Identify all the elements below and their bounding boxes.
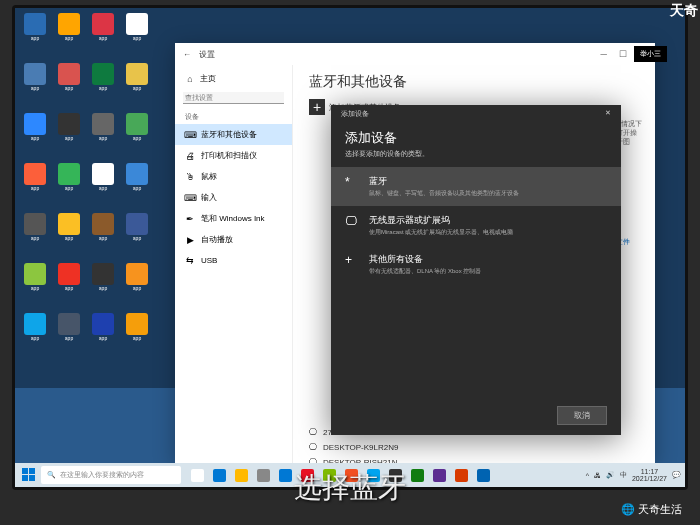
settings-main: 蓝牙和其他设备 + 添加蓝牙或其他设备 更快地打开蓝牙 若要在不打开"设置"的情… <box>293 65 655 463</box>
monitor-frame: appappappappappappappappappappappappappa… <box>12 5 688 490</box>
taskbar-app-icon[interactable] <box>253 465 273 485</box>
tray-date: 2021/12/27 <box>632 475 667 482</box>
window-title: 设置 <box>199 49 215 60</box>
sidebar-item[interactable]: ▶自动播放 <box>175 229 292 250</box>
sidebar-item-icon: ✒ <box>185 214 195 224</box>
svg-rect-3 <box>29 475 35 481</box>
monitor-icon: 🖵 <box>309 428 317 437</box>
tray-up-icon[interactable]: ^ <box>586 472 589 479</box>
sidebar-item[interactable]: ⌨输入 <box>175 187 292 208</box>
desktop-icon[interactable]: app <box>54 13 84 51</box>
plus-icon: + <box>309 99 325 115</box>
desktop-icon[interactable]: app <box>20 113 50 151</box>
desktop-icon[interactable]: app <box>88 163 118 201</box>
sidebar-item[interactable]: ⌨蓝牙和其他设备 <box>175 124 292 145</box>
desktop-icon[interactable]: app <box>122 313 152 351</box>
desktop-icon[interactable]: app <box>54 313 84 351</box>
dialog-header-label: 添加设备 <box>341 109 369 119</box>
desktop-icon[interactable]: app <box>122 263 152 301</box>
desktop-icon[interactable]: app <box>88 13 118 51</box>
dialog-option[interactable]: *蓝牙鼠标、键盘、手写笔、音频设备以及其他类型的蓝牙设备 <box>331 167 621 206</box>
dialog-close-icon[interactable]: ✕ <box>605 109 611 119</box>
desktop-icon[interactable]: app <box>122 63 152 101</box>
tray-ime-icon[interactable]: 中 <box>620 470 627 480</box>
desktop-icon[interactable]: app <box>20 313 50 351</box>
desktop-icon[interactable]: app <box>122 213 152 251</box>
sidebar-home[interactable]: ⌂ 主页 <box>175 69 292 88</box>
page-title: 蓝牙和其他设备 <box>309 73 639 91</box>
dialog-option[interactable]: 🖵无线显示器或扩展坞使用Miracast 或无线扩展坞的无线显示器、电视或电脑 <box>331 206 621 245</box>
notification-icon[interactable]: 💬 <box>672 471 681 479</box>
desktop-icons-grid: appappappappappappappappappappappappappa… <box>20 13 160 351</box>
desktop-icon[interactable]: app <box>54 63 84 101</box>
sidebar-item[interactable]: ⇆USB <box>175 250 292 270</box>
desktop-icon[interactable]: app <box>54 163 84 201</box>
desktop-icon[interactable]: app <box>20 163 50 201</box>
desktop-icon[interactable]: app <box>20 13 50 51</box>
dialog-option[interactable]: +其他所有设备带有无线适配器、DLNA 等的 Xbox 控制器 <box>331 245 621 284</box>
taskbar-app-icon[interactable] <box>209 465 229 485</box>
svg-rect-2 <box>22 475 28 481</box>
desktop-icon[interactable]: app <box>122 113 152 151</box>
device-item[interactable]: 🖵DESKTOP-K9LR2N9 <box>309 440 639 455</box>
desktop-icon[interactable]: app <box>88 313 118 351</box>
desktop-icon[interactable]: app <box>20 213 50 251</box>
corner-badge: 举小三 <box>634 46 667 62</box>
cancel-button[interactable]: 取消 <box>557 406 607 425</box>
sidebar-item-icon: 🖨 <box>185 151 195 161</box>
sidebar-search[interactable] <box>183 92 284 104</box>
sidebar-item-icon: ⇆ <box>185 255 195 265</box>
desktop-icon[interactable]: app <box>88 113 118 151</box>
maximize-icon[interactable]: ☐ <box>619 49 627 59</box>
taskbar-app-icon[interactable] <box>407 465 427 485</box>
desktop-screen: appappappappappappappappappappappappappa… <box>15 8 685 487</box>
taskbar-app-icon[interactable] <box>451 465 471 485</box>
desktop-icon[interactable]: app <box>20 263 50 301</box>
taskbar-app-icon[interactable] <box>187 465 207 485</box>
tray-network-icon[interactable]: 🖧 <box>594 472 601 479</box>
settings-sidebar: ⌂ 主页 设备 ⌨蓝牙和其他设备🖨打印机和扫描仪🖱鼠标⌨输入✒笔和 Window… <box>175 65 293 463</box>
windows-icon <box>22 468 36 482</box>
svg-rect-1 <box>29 468 35 474</box>
desktop-icon[interactable]: app <box>122 13 152 51</box>
taskbar-app-icon[interactable] <box>275 465 295 485</box>
sidebar-item[interactable]: 🖨打印机和扫描仪 <box>175 145 292 166</box>
home-icon: ⌂ <box>185 74 195 84</box>
watermark-bottom: 🌐 天奇生活 <box>621 502 682 517</box>
sidebar-item[interactable]: 🖱鼠标 <box>175 166 292 187</box>
video-caption: 选择蓝牙 <box>294 469 406 507</box>
taskbar-app-icon[interactable] <box>231 465 251 485</box>
minimize-icon[interactable]: ─ <box>601 49 607 59</box>
sidebar-item-icon: ⌨ <box>185 130 195 140</box>
sidebar-item[interactable]: ✒笔和 Windows Ink <box>175 208 292 229</box>
system-tray[interactable]: ^ 🖧 🔊 中 11:17 2021/12/27 💬 <box>586 468 681 482</box>
dialog-subtitle: 选择要添加的设备的类型。 <box>331 149 621 167</box>
dialog-title: 添加设备 <box>331 123 621 149</box>
search-input[interactable] <box>183 92 284 104</box>
desktop-icon[interactable]: app <box>54 263 84 301</box>
desktop-icon[interactable]: app <box>88 213 118 251</box>
settings-window: ← 设置 ─ ☐ ✕ ⌂ 主页 设备 ⌨ <box>175 43 655 463</box>
watermark-top: 天奇 <box>670 2 698 20</box>
tray-volume-icon[interactable]: 🔊 <box>606 471 615 479</box>
taskbar-search[interactable]: 🔍 在这里输入你要搜索的内容 <box>41 466 181 484</box>
taskbar-app-icon[interactable] <box>473 465 493 485</box>
start-button[interactable] <box>19 465 39 485</box>
option-icon: 🖵 <box>345 214 359 237</box>
sidebar-item-icon: 🖱 <box>185 172 195 182</box>
desktop-icon[interactable]: app <box>88 63 118 101</box>
desktop-icon[interactable]: app <box>54 213 84 251</box>
globe-icon: 🌐 <box>621 503 635 516</box>
option-icon: + <box>345 253 359 276</box>
back-icon[interactable]: ← <box>183 50 191 59</box>
option-icon: * <box>345 175 359 198</box>
taskbar-app-icon[interactable] <box>429 465 449 485</box>
device-item[interactable]: 🖵DESKTOP-RISH21N <box>309 455 639 463</box>
desktop-icon[interactable]: app <box>20 63 50 101</box>
sidebar-item-icon: ⌨ <box>185 193 195 203</box>
tray-time: 11:17 <box>632 468 667 475</box>
desktop-icon[interactable]: app <box>54 113 84 151</box>
desktop-icon[interactable]: app <box>88 263 118 301</box>
monitor-icon: 🖵 <box>309 443 317 452</box>
desktop-icon[interactable]: app <box>122 163 152 201</box>
